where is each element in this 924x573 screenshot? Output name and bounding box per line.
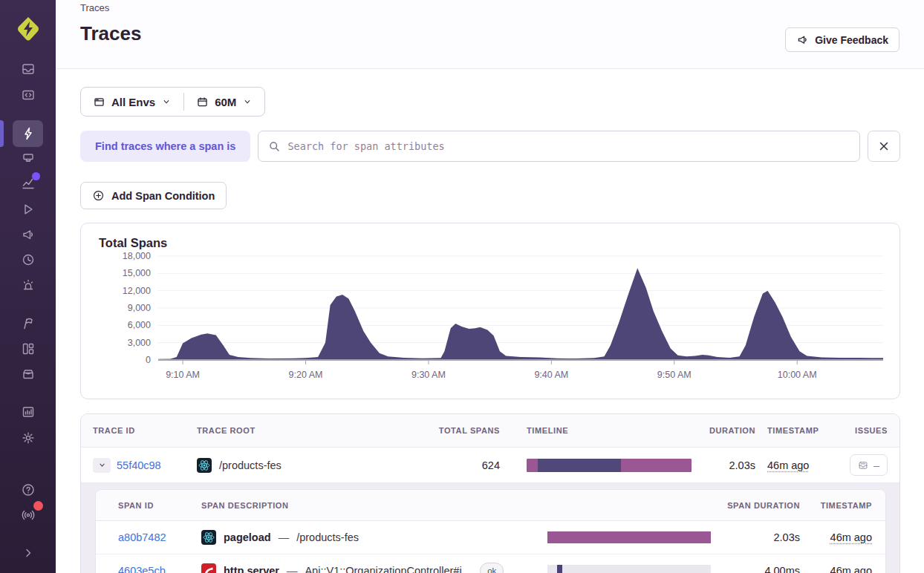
calendar-icon bbox=[196, 96, 209, 108]
expanded-trace-zone: Span ID Span Description Span Duration T… bbox=[81, 482, 899, 573]
sidebar-item-profiling[interactable] bbox=[0, 145, 56, 171]
add-span-condition-button[interactable]: Add Span Condition bbox=[80, 182, 227, 209]
issues-icon bbox=[858, 460, 868, 471]
sidebar-item-replays[interactable] bbox=[0, 196, 56, 223]
plus-circle-icon bbox=[92, 189, 105, 202]
clear-search-button[interactable] bbox=[868, 131, 900, 162]
span-id-link[interactable]: a80b7482 bbox=[118, 531, 201, 543]
chevron-down-icon bbox=[242, 96, 253, 107]
give-feedback-button[interactable]: Give Feedback bbox=[785, 27, 899, 52]
sidebar-item-issues[interactable] bbox=[0, 56, 56, 82]
time-range-label: 60M bbox=[215, 96, 236, 108]
sidebar-item-performance[interactable] bbox=[0, 120, 56, 147]
span-status-badge: ok bbox=[480, 563, 504, 573]
sidebar-item-history[interactable] bbox=[0, 246, 56, 273]
traces-table-header: Trace ID Trace Root Total Spans Timeline… bbox=[81, 414, 899, 448]
span-timestamp[interactable]: 46m ago bbox=[830, 565, 872, 573]
span-duration-bar bbox=[547, 565, 711, 573]
span-duration: 4.00ms bbox=[711, 565, 800, 573]
span-description[interactable]: /products-fes bbox=[296, 531, 359, 543]
trace-id-link[interactable]: 55f40c98 bbox=[117, 459, 161, 471]
sidebar-item-releases[interactable] bbox=[0, 361, 56, 387]
span-duration: 2.03s bbox=[711, 531, 800, 543]
expand-trace-button[interactable] bbox=[93, 458, 111, 473]
svg-text:10:00 AM: 10:00 AM bbox=[778, 370, 817, 380]
trace-row: 55f40c98 /products-fes 624 2.03s 46m ago bbox=[81, 448, 899, 482]
issues-count: – bbox=[873, 459, 879, 471]
span-timestamp[interactable]: 46m ago bbox=[830, 531, 872, 543]
span-row: a80b7482 pageload — /products-fes bbox=[96, 521, 885, 554]
search-icon bbox=[268, 140, 281, 153]
col-timestamp: Timestamp bbox=[755, 426, 842, 435]
svg-text:0: 0 bbox=[146, 355, 151, 365]
add-span-condition-label: Add Span Condition bbox=[111, 190, 215, 202]
sidebar-item-stats[interactable] bbox=[0, 399, 56, 425]
col-span-timestamp: Timestamp bbox=[800, 501, 872, 510]
react-icon bbox=[201, 530, 216, 545]
projector-icon bbox=[21, 151, 36, 166]
ruby-icon bbox=[201, 563, 216, 573]
bar-segment bbox=[538, 459, 621, 472]
search-row: Find traces where a span is bbox=[80, 131, 900, 162]
sidebar-item-alerts[interactable] bbox=[0, 272, 56, 298]
give-feedback-label: Give Feedback bbox=[815, 34, 888, 46]
col-trace-id: Trace ID bbox=[93, 426, 197, 435]
breadcrumb[interactable]: Traces bbox=[80, 2, 109, 13]
clock-icon bbox=[21, 252, 36, 267]
trace-timestamp[interactable]: 46m ago bbox=[767, 459, 809, 471]
issues-icon bbox=[21, 62, 36, 76]
filter-bar: All Envs 60M bbox=[80, 87, 265, 117]
gear-icon bbox=[21, 430, 36, 445]
trace-timeline-bar[interactable] bbox=[527, 459, 692, 472]
svg-text:9,000: 9,000 bbox=[128, 303, 151, 313]
sidebar-item-broadcast[interactable] bbox=[0, 501, 56, 528]
play-icon bbox=[21, 202, 36, 217]
broadcast-icon bbox=[21, 507, 36, 522]
chevron-down-icon bbox=[97, 460, 107, 470]
svg-text:18,000: 18,000 bbox=[123, 251, 151, 261]
svg-text:3,000: 3,000 bbox=[128, 338, 151, 348]
span-op: http.server bbox=[224, 565, 279, 573]
sidebar-item-projects[interactable] bbox=[0, 82, 56, 108]
svg-text:6,000: 6,000 bbox=[128, 320, 151, 330]
bar-stats-icon bbox=[21, 405, 36, 419]
spans-table: Span ID Span Description Span Duration T… bbox=[96, 490, 885, 573]
bar-segment bbox=[621, 459, 692, 472]
sidebar-item-help[interactable] bbox=[0, 477, 56, 503]
sidebar-item-feedback[interactable] bbox=[0, 221, 56, 248]
span-row: 4603e5cb http.server — Api::V1::Organiza… bbox=[96, 554, 885, 573]
sidebar-item-settings[interactable] bbox=[0, 425, 56, 451]
sentry-logo-icon[interactable] bbox=[14, 15, 42, 43]
environment-filter[interactable]: All Envs bbox=[81, 88, 183, 116]
col-trace-root: Trace Root bbox=[197, 426, 418, 435]
total-spans-area-chart[interactable]: 03,0006,0009,00012,00015,00018,0009:10 A… bbox=[99, 250, 889, 384]
sidebar-item-whats-new[interactable] bbox=[0, 310, 56, 337]
total-spans-value: 624 bbox=[418, 459, 500, 471]
span-search-input[interactable] bbox=[287, 140, 850, 152]
search-box[interactable] bbox=[258, 131, 860, 162]
svg-text:15,000: 15,000 bbox=[123, 268, 151, 278]
svg-text:9:10 AM: 9:10 AM bbox=[166, 370, 200, 380]
bar-segment bbox=[547, 531, 711, 543]
span-id-link[interactable]: 4603e5cb bbox=[118, 565, 201, 573]
time-range-filter[interactable]: 60M bbox=[184, 88, 264, 116]
col-total-spans: Total Spans bbox=[418, 426, 500, 435]
col-timeline: Timeline bbox=[500, 426, 692, 435]
col-issues: Issues bbox=[842, 426, 888, 435]
sidebar-item-explore[interactable] bbox=[0, 170, 56, 197]
chevron-down-icon bbox=[161, 96, 172, 107]
sidebar-item-dashboards[interactable] bbox=[0, 335, 56, 362]
sidebar-collapse-button[interactable] bbox=[0, 540, 56, 566]
trace-root-name[interactable]: /products-fes bbox=[219, 459, 282, 471]
col-span-id: Span ID bbox=[118, 501, 201, 510]
chevron-right-icon bbox=[22, 547, 34, 559]
svg-text:9:30 AM: 9:30 AM bbox=[411, 370, 446, 380]
lightning-icon bbox=[21, 126, 36, 141]
window-stack-icon bbox=[93, 96, 105, 108]
svg-text:12,000: 12,000 bbox=[123, 286, 151, 296]
span-description[interactable]: Api::V1::OrganizationController#i… bbox=[305, 565, 472, 573]
help-icon bbox=[21, 482, 36, 497]
svg-text:9:20 AM: 9:20 AM bbox=[289, 370, 323, 380]
svg-text:9:40 AM: 9:40 AM bbox=[534, 370, 568, 380]
trace-issues-button[interactable]: – bbox=[850, 454, 888, 476]
